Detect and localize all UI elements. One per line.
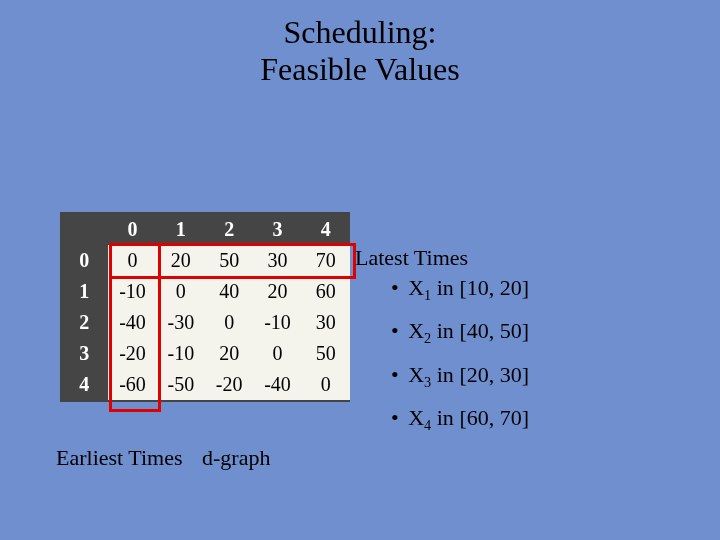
- row-header: 1: [60, 276, 108, 307]
- range: [60, 70]: [459, 405, 529, 430]
- cell: 0: [302, 369, 350, 400]
- var-name: X: [408, 275, 424, 300]
- bullet-icon: •: [391, 318, 399, 343]
- row-header: 2: [60, 307, 108, 338]
- title-line-1: Scheduling:: [284, 14, 437, 50]
- var-sub: 2: [424, 331, 431, 347]
- var-sub: 4: [424, 418, 431, 434]
- var-name: X: [408, 318, 424, 343]
- latest-times-list: • X1 in [10, 20] • X2 in [40, 50] • X3 i…: [391, 275, 529, 435]
- cell: 30: [253, 245, 301, 276]
- in-word: in: [437, 405, 460, 430]
- table-row: 0 0 20 50 30 70: [60, 245, 350, 276]
- row-header: 3: [60, 338, 108, 369]
- col-header: 4: [302, 214, 350, 245]
- cell: 20: [253, 276, 301, 307]
- row-header: 0: [60, 245, 108, 276]
- dgraph-label: d-graph: [202, 445, 270, 470]
- latest-item: • X2 in [40, 50]: [391, 318, 529, 347]
- var-sub: 1: [424, 287, 431, 303]
- latest-item: • X4 in [60, 70]: [391, 405, 529, 434]
- cell: 60: [302, 276, 350, 307]
- cell: -20: [205, 369, 253, 400]
- in-word: in: [437, 362, 460, 387]
- latest-times-label: Latest Times: [355, 245, 468, 270]
- cell: -10: [157, 338, 205, 369]
- cell: 0: [108, 245, 156, 276]
- bottom-labels: Earliest Times d-graph: [56, 445, 270, 471]
- table-header-row: 0 1 2 3 4: [60, 214, 350, 245]
- earliest-times-label: Earliest Times: [56, 445, 183, 470]
- cell: -60: [108, 369, 156, 400]
- cell: -30: [157, 307, 205, 338]
- slide-title: Scheduling: Feasible Values: [0, 0, 720, 88]
- bullet-icon: •: [391, 362, 399, 387]
- col-header: 3: [253, 214, 301, 245]
- table-row: 1 -10 0 40 20 60: [60, 276, 350, 307]
- slide: Scheduling: Feasible Values 0 1 2 3 4 0 …: [0, 0, 720, 540]
- cell: -10: [253, 307, 301, 338]
- var-name: X: [408, 362, 424, 387]
- var-name: X: [408, 405, 424, 430]
- in-word: in: [437, 275, 460, 300]
- latest-item: • X3 in [20, 30]: [391, 362, 529, 391]
- title-line-2: Feasible Values: [260, 51, 459, 87]
- cell: 20: [205, 338, 253, 369]
- cell: -20: [108, 338, 156, 369]
- distance-table: 0 1 2 3 4 0 0 20 50 30 70 1 -1: [60, 212, 350, 402]
- cell: -50: [157, 369, 205, 400]
- table-corner: [60, 214, 108, 245]
- range: [10, 20]: [459, 275, 529, 300]
- cell: -40: [253, 369, 301, 400]
- cell: 30: [302, 307, 350, 338]
- in-word: in: [437, 318, 460, 343]
- cell: 20: [157, 245, 205, 276]
- range: [40, 50]: [459, 318, 529, 343]
- cell: 0: [157, 276, 205, 307]
- cell: 0: [253, 338, 301, 369]
- latest-times-block: Latest Times • X1 in [10, 20] • X2 in [4…: [355, 245, 529, 449]
- table-row: 2 -40 -30 0 -10 30: [60, 307, 350, 338]
- var-sub: 3: [424, 374, 431, 390]
- table-row: 3 -20 -10 20 0 50: [60, 338, 350, 369]
- col-header: 0: [108, 214, 156, 245]
- cell: 0: [205, 307, 253, 338]
- cell: -40: [108, 307, 156, 338]
- bullet-icon: •: [391, 405, 399, 430]
- cell: -10: [108, 276, 156, 307]
- table-row: 4 -60 -50 -20 -40 0: [60, 369, 350, 400]
- bullet-icon: •: [391, 275, 399, 300]
- range: [20, 30]: [459, 362, 529, 387]
- cell: 40: [205, 276, 253, 307]
- cell: 50: [302, 338, 350, 369]
- col-header: 2: [205, 214, 253, 245]
- cell: 50: [205, 245, 253, 276]
- cell: 70: [302, 245, 350, 276]
- latest-item: • X1 in [10, 20]: [391, 275, 529, 304]
- row-header: 4: [60, 369, 108, 400]
- col-header: 1: [157, 214, 205, 245]
